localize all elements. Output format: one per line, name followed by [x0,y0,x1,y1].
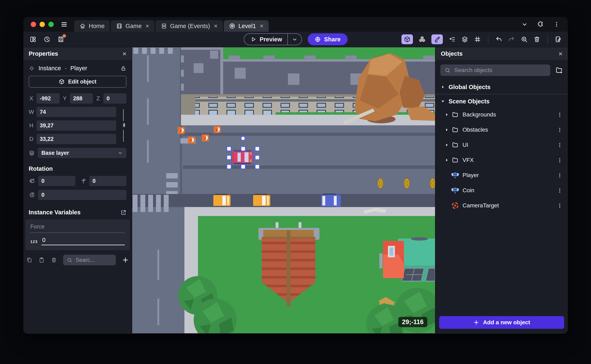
scene-crate[interactable] [202,135,209,142]
scene-player-instance[interactable] [232,150,253,164]
scene-canvas[interactable]: 29;-116 [132,47,435,333]
kebab-menu-icon[interactable] [557,173,563,178]
scene-crate[interactable] [178,127,185,134]
scene-objects-section[interactable]: Scene Objects [435,96,568,107]
instances-list-icon[interactable] [449,36,456,43]
add-new-object-button[interactable]: Add a new object [439,316,564,329]
panels-layout-icon[interactable] [29,36,36,43]
copy-icon[interactable] [26,257,32,263]
open-variables-external-icon[interactable] [120,209,126,215]
edit-object-button[interactable]: Edit object [29,76,126,88]
kebab-menu-icon[interactable] [557,127,563,133]
tab-label: Game (Events) [170,23,210,29]
minimize-window-button[interactable] [40,22,45,27]
layer-select[interactable]: Base layer [38,148,126,158]
global-objects-section[interactable]: Global Objects [435,81,568,93]
unlock-icon[interactable] [120,65,126,72]
tab-game[interactable]: Game × [111,20,154,32]
y-position-field[interactable] [70,93,93,104]
folder-row-obstacles[interactable]: Obstacles [435,122,568,137]
redo-icon[interactable] [508,36,515,43]
scene-blue-car[interactable] [321,194,341,207]
z-position-field[interactable] [103,93,126,104]
tab-game-events[interactable]: Game (Events) × [156,20,223,32]
objects-cubes-icon[interactable] [419,36,426,43]
close-tab-icon[interactable]: × [214,23,218,29]
tab-home[interactable]: Home [74,20,110,32]
close-tab-icon[interactable]: × [146,23,149,29]
lock-ratio-chain-icon[interactable] [121,121,127,130]
objects-search[interactable] [440,65,550,76]
maximize-window-button[interactable] [48,22,54,27]
chevron-down-icon[interactable] [522,21,528,27]
scene-coin[interactable] [378,179,383,188]
kebab-menu-icon[interactable] [557,157,563,163]
objects-search-input[interactable] [454,67,546,74]
scene-properties-icon[interactable] [555,36,562,43]
scene-coin[interactable] [404,179,409,188]
close-panel-icon[interactable]: × [122,50,126,57]
main-toolbar: Preview Share [23,32,568,47]
chevron-right-icon[interactable] [444,127,449,132]
plus-icon [473,319,479,325]
x-position-field[interactable] [36,93,60,104]
add-folder-icon[interactable] [555,66,563,74]
close-window-button[interactable] [31,22,36,27]
scene-sidewalk-bottom [184,207,435,216]
rotation-z-field[interactable] [38,190,126,200]
variable-value[interactable]: 0 [41,237,125,245]
folder-row-backgrounds[interactable]: Backgrounds [435,107,568,122]
width-field[interactable] [36,107,116,117]
kebab-menu-icon[interactable] [557,188,563,193]
extensions-puzzle-icon[interactable] [537,21,544,28]
preview-button[interactable]: Preview [244,36,287,43]
hamburger-menu-icon[interactable] [61,21,68,28]
folder-row-vfx[interactable]: VFX [435,153,568,168]
history-icon[interactable] [43,36,50,43]
scene-taxi[interactable] [253,194,270,206]
trash-icon[interactable] [533,36,540,43]
zoom-in-icon[interactable] [521,36,528,43]
add-variable-button[interactable] [122,257,129,263]
scene-sidewalk-top [181,115,435,125]
chevron-right-icon[interactable] [444,112,449,117]
preview-options-dropdown[interactable] [288,37,302,42]
paste-icon[interactable] [39,257,45,263]
close-panel-icon[interactable]: × [558,50,563,57]
undo-icon[interactable] [495,36,502,43]
object-row-cameratarget[interactable]: CameraTarget [435,198,568,213]
height-field[interactable] [36,120,116,131]
kebab-menu-icon[interactable] [557,112,563,117]
scene-coin[interactable] [430,179,435,188]
rotation-x-field[interactable] [38,176,75,186]
object-row-player[interactable]: Player [435,168,568,183]
chevron-right-icon[interactable] [444,143,449,147]
save-button[interactable] [57,36,64,43]
variable-row[interactable]: Force 123 0 [25,220,130,250]
kebab-menu-icon[interactable] [553,21,560,27]
kebab-menu-icon[interactable] [557,203,563,208]
depth-field[interactable] [36,134,116,144]
kebab-menu-icon[interactable] [557,142,563,148]
scene-taxi[interactable] [213,194,231,206]
variables-search[interactable] [63,255,116,265]
scene-crosswalk-mid [166,173,178,196]
scene-crate[interactable] [188,136,195,143]
scene-crate[interactable] [214,126,221,133]
variables-search-input[interactable] [75,257,112,263]
layers-icon[interactable] [461,36,468,43]
scene-house[interactable] [379,237,435,282]
share-button[interactable]: Share [308,33,348,45]
close-tab-icon[interactable]: × [260,23,264,29]
rotation-y-field[interactable] [89,176,127,186]
folder-row-ui[interactable]: UI [435,137,568,153]
view-3d-toggle[interactable] [401,34,413,44]
edit-tool-toggle[interactable] [431,34,443,44]
object-row-coin[interactable]: Coin [435,183,568,198]
variable-name[interactable]: Force [30,224,125,233]
trash-icon[interactable] [51,257,57,263]
grid-icon[interactable] [474,36,481,43]
tab-level1[interactable]: Level1 × [224,20,269,32]
rotation-handle[interactable] [241,136,245,140]
chevron-right-icon[interactable] [444,158,449,162]
